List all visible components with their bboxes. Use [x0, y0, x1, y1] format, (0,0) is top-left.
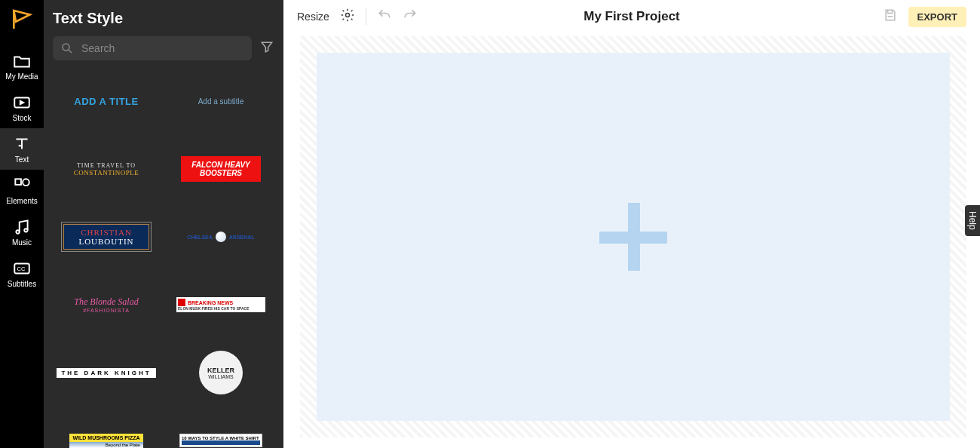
- filter-button[interactable]: [259, 39, 274, 57]
- tpl-dark-knight[interactable]: THE DARK KNIGHT: [53, 345, 160, 400]
- stock-icon: [12, 94, 32, 111]
- panel-title: Text Style: [53, 10, 123, 27]
- search-wrap[interactable]: [53, 36, 252, 60]
- text-icon: [12, 136, 32, 152]
- save-button[interactable]: [883, 8, 898, 26]
- nav-label: Elements: [6, 197, 38, 205]
- search-input[interactable]: [81, 42, 244, 54]
- left-rail: My Media Stock Text Elements Music CC Su…: [0, 0, 44, 448]
- tpl-add-subtitle[interactable]: Add a subtitle: [167, 74, 274, 128]
- square-icon: [178, 299, 185, 306]
- topbar: Resize My First Project EXPORT: [283, 0, 980, 33]
- tpl-blonde[interactable]: The Blonde Salad#FASHIONISTA: [53, 278, 160, 332]
- nav-elements[interactable]: Elements: [0, 170, 44, 211]
- ball-icon: [216, 232, 226, 242]
- undo-button[interactable]: [377, 8, 392, 26]
- save-icon: [883, 8, 898, 23]
- nav-label: Text: [15, 155, 29, 164]
- svg-point-8: [345, 14, 349, 17]
- tpl-add-title[interactable]: ADD A TITLE: [53, 74, 160, 128]
- nav-mymedia[interactable]: My Media: [0, 45, 44, 87]
- tpl-wild[interactable]: WILD MUSHROOMS PIZZABeyond the Plate: [53, 413, 160, 448]
- music-icon: [12, 219, 32, 235]
- main-area: Resize My First Project EXPORT: [283, 0, 980, 448]
- elements-icon: [12, 177, 32, 194]
- nav-label: Subtitles: [8, 280, 36, 288]
- svg-point-4: [24, 229, 27, 232]
- export-button[interactable]: EXPORT: [908, 7, 966, 27]
- filter-icon: [259, 39, 274, 54]
- nav-music[interactable]: Music: [0, 211, 44, 253]
- resize-button[interactable]: Resize: [297, 11, 329, 23]
- svg-point-7: [63, 44, 69, 51]
- nav-label: My Media: [5, 72, 38, 81]
- svg-rect-1: [15, 179, 21, 185]
- nav-subtitles[interactable]: CC Subtitles: [0, 253, 44, 294]
- text-panel: Text Style ADD A TITLE Add a subtitle TI…: [44, 0, 283, 448]
- canvas-area: [300, 36, 966, 437]
- nav-stock[interactable]: Stock: [0, 87, 44, 128]
- svg-point-3: [16, 230, 19, 233]
- canvas-dropzone[interactable]: [317, 53, 950, 421]
- redo-button[interactable]: [403, 8, 418, 26]
- redo-icon: [403, 8, 418, 23]
- tpl-louboutin[interactable]: CHRISTIANLOUBOUTIN: [53, 210, 160, 264]
- tpl-ten-ways[interactable]: 10 WAYS TO STYLE A WHITE SHIRT: [167, 413, 274, 448]
- tpl-chelsea[interactable]: CHELSEAARSENAL: [167, 210, 274, 264]
- nav-label: Stock: [12, 114, 31, 122]
- gear-icon: [340, 8, 355, 23]
- divider: [366, 8, 366, 25]
- help-tab[interactable]: Help: [965, 205, 980, 236]
- settings-button[interactable]: [340, 8, 355, 26]
- tpl-falcon[interactable]: FALCON HEAVYBOOSTERS: [167, 142, 274, 196]
- tpl-keller[interactable]: KELLERWILLIAMS: [167, 345, 274, 400]
- app-logo[interactable]: [10, 8, 34, 32]
- nav-label: Music: [12, 238, 32, 247]
- svg-point-2: [23, 179, 29, 186]
- cc-icon: CC: [12, 260, 32, 277]
- tpl-time-travel[interactable]: TIME TRAVEL TOCONSTANTINOPLE: [53, 142, 160, 196]
- templates-grid[interactable]: ADD A TITLE Add a subtitle TIME TRAVEL T…: [44, 66, 283, 448]
- tpl-breaking[interactable]: BREAKING NEWSELON MUSK FIRES HIS CAR TO …: [167, 278, 274, 332]
- svg-text:CC: CC: [17, 265, 26, 272]
- undo-icon: [377, 8, 392, 23]
- search-icon: [60, 41, 74, 55]
- nav-text[interactable]: Text: [0, 128, 44, 170]
- folder-icon: [12, 53, 32, 69]
- plus-icon: [599, 203, 667, 271]
